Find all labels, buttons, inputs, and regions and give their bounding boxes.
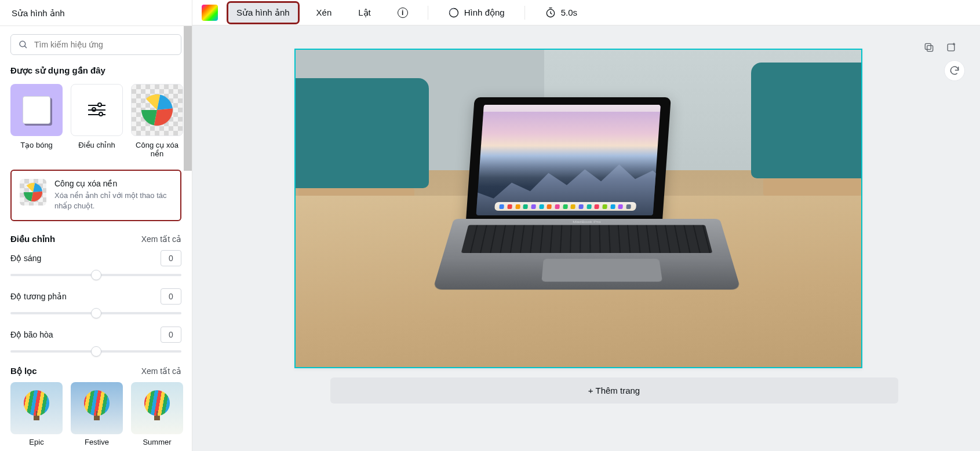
sidebar-title: Sửa hình ảnh — [0, 0, 192, 26]
info-button[interactable]: i — [389, 3, 416, 23]
svg-line-1 — [24, 46, 27, 48]
beach-ball-icon — [23, 182, 43, 202]
sliders-icon — [88, 101, 105, 119]
top-toolbar: Sửa hình ảnh Xén Lật i Hình động 5.0s — [192, 0, 980, 25]
bgremove-mini-thumb — [20, 179, 46, 206]
duration-button[interactable]: 5.0s — [537, 2, 585, 23]
svg-point-0 — [20, 41, 25, 47]
search-icon — [18, 39, 28, 50]
saturation-slider[interactable] — [10, 344, 181, 359]
main-area: Sửa hình ảnh Xén Lật i Hình động 5.0s — [192, 0, 980, 451]
laptop-image: MacBook Pro — [454, 97, 720, 307]
brightness-slider[interactable] — [10, 267, 181, 283]
adjust-thumb — [71, 84, 123, 136]
filters-heading: Bộ lọc — [10, 366, 37, 376]
bg-remover-title: Công cụ xóa nền — [54, 179, 171, 188]
filters-see-all[interactable]: Xem tất cả — [141, 366, 181, 376]
brightness-label: Độ sáng — [10, 254, 41, 263]
animate-button[interactable]: Hình động — [440, 2, 513, 23]
svg-rect-4 — [927, 46, 933, 52]
timer-icon — [545, 7, 556, 19]
filter-epic[interactable]: Epic — [10, 382, 63, 446]
filter-label: Festive — [71, 438, 123, 446]
scrollbar[interactable] — [184, 26, 192, 171]
duplicate-icon — [923, 42, 935, 53]
bg-remover-card[interactable]: Công cụ xóa nền Xóa nền ảnh chỉ với một … — [10, 170, 181, 221]
divider — [428, 6, 428, 20]
laptop-brand: MacBook Pro — [453, 220, 722, 223]
animate-label: Hình động — [464, 8, 505, 18]
duplicate-page-button[interactable] — [922, 41, 936, 54]
sync-button[interactable] — [944, 60, 965, 81]
contrast-value[interactable]: 0 — [161, 288, 181, 305]
adjust-see-all[interactable]: Xem tất cả — [141, 234, 181, 244]
search-input[interactable] — [34, 40, 174, 49]
info-icon: i — [398, 8, 408, 18]
bg-remover-desc: Xóa nền ảnh chỉ với một thao tác nhấp ch… — [54, 190, 171, 211]
color-picker[interactable] — [202, 5, 218, 21]
recent-item-bgremove[interactable]: Công cụ xóa nền — [131, 84, 183, 158]
recent-label: Tạo bóng — [10, 141, 63, 149]
divider — [524, 6, 525, 20]
saturation-label: Độ bão hòa — [10, 330, 53, 339]
new-page-button[interactable] — [944, 41, 958, 54]
saturation-value[interactable]: 0 — [161, 327, 181, 343]
recent-label: Công cụ xóa nền — [131, 141, 183, 158]
duration-label: 5.0s — [561, 8, 577, 17]
edit-image-button[interactable]: Sửa hình ảnh — [228, 3, 298, 23]
add-page-label: + Thêm trang — [588, 386, 640, 395]
brightness-value[interactable]: 0 — [161, 250, 181, 266]
recent-heading: Được sử dụng gần đây — [10, 65, 181, 76]
sidebar-scroll: Được sử dụng gần đây Tạo bóng Điều chỉnh — [0, 26, 192, 451]
sidebar-panel: Sửa hình ảnh Được sử dụng gần đây Tạo bó… — [0, 0, 192, 451]
flip-button[interactable]: Lật — [350, 3, 379, 23]
design-canvas[interactable]: MacBook Pro — [294, 49, 862, 368]
recent-label: Điều chỉnh — [71, 141, 123, 149]
svg-rect-5 — [925, 43, 931, 49]
filter-label: Summer — [131, 438, 183, 446]
contrast-label: Độ tương phản — [10, 292, 67, 301]
add-page-button[interactable]: + Thêm trang — [330, 377, 898, 404]
adjust-heading: Điều chỉnh — [10, 234, 55, 244]
contrast-slider[interactable] — [10, 306, 181, 321]
edit-image-label: Sửa hình ảnh — [236, 8, 290, 18]
crop-label: Xén — [316, 8, 332, 17]
recent-item-adjust[interactable]: Điều chỉnh — [71, 84, 123, 158]
svg-rect-6 — [948, 44, 955, 51]
filter-festive[interactable]: Festive — [71, 382, 123, 446]
crop-button[interactable]: Xén — [308, 3, 340, 22]
add-page-icon — [945, 42, 957, 53]
canvas-stage: MacBook Pro + Thêm trang — [192, 25, 980, 451]
filter-summer[interactable]: Summer — [131, 382, 183, 446]
effects-search[interactable] — [10, 34, 181, 55]
recent-item-shadow[interactable]: Tạo bóng — [10, 84, 63, 158]
filter-label: Epic — [10, 438, 63, 446]
refresh-icon — [949, 65, 960, 76]
shadow-thumb — [10, 84, 63, 136]
bgremove-thumb — [131, 84, 183, 136]
animate-icon — [448, 7, 460, 19]
beach-ball-icon — [141, 94, 173, 126]
flip-label: Lật — [358, 8, 371, 18]
